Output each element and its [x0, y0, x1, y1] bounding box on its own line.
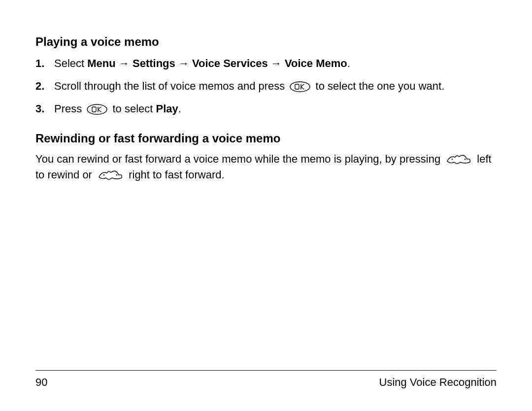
nav-menu: Menu	[87, 57, 115, 69]
step2-pre: Scroll through the list of voice memos a…	[54, 80, 288, 92]
step1-pre: Select	[54, 57, 87, 69]
step3-play: Play	[156, 103, 178, 115]
step3-mid: to select	[109, 103, 156, 115]
step-2: Scroll through the list of voice memos a…	[35, 78, 497, 94]
step2-post: to select the one you want.	[312, 80, 444, 92]
step-1: Select Menu → Settings → Voice Services …	[35, 56, 497, 71]
nav-pad-icon	[445, 153, 472, 165]
arrow-icon: →	[178, 57, 189, 69]
section-playing: Playing a voice memo Select Menu → Setti…	[35, 34, 497, 116]
chapter-title: Using Voice Recognition	[379, 375, 497, 390]
nav-pad-icon	[97, 169, 124, 181]
ok-button-icon	[290, 81, 310, 92]
heading-playing: Playing a voice memo	[35, 34, 497, 51]
heading-rewind: Rewinding or fast forwarding a voice mem…	[35, 130, 497, 147]
step3-pre: Press	[54, 103, 85, 115]
arrow-icon: →	[119, 57, 130, 69]
step3-period: .	[178, 103, 181, 115]
nav-voice-services: Voice Services	[192, 57, 268, 69]
rewind-paragraph: You can rewind or fast forward a voice m…	[35, 151, 497, 183]
section-rewind: Rewinding or fast forwarding a voice mem…	[35, 130, 497, 183]
rewind-post: right to fast forward.	[126, 169, 225, 181]
footer-divider	[35, 370, 497, 371]
arrow-icon: →	[271, 57, 282, 69]
ok-button-icon	[87, 103, 107, 114]
step-3: Press to select Play.	[35, 101, 497, 117]
page-number: 90	[35, 375, 47, 390]
page-footer: 90 Using Voice Recognition	[35, 370, 497, 390]
rewind-pre: You can rewind or fast forward a voice m…	[35, 153, 443, 165]
nav-voice-memo: Voice Memo	[285, 57, 347, 69]
nav-settings: Settings	[133, 57, 175, 69]
playing-steps: Select Menu → Settings → Voice Services …	[35, 56, 497, 117]
step1-period: .	[347, 57, 350, 69]
